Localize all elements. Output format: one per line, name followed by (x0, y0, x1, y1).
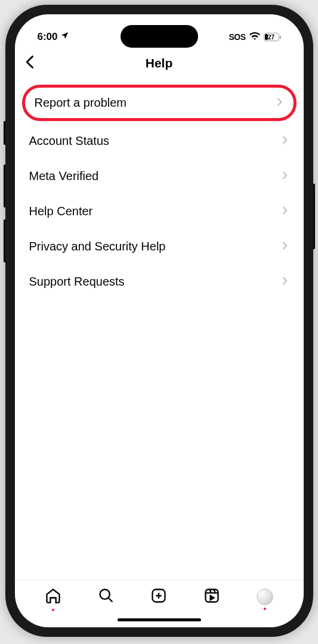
battery-icon: 27 (264, 33, 281, 41)
notification-dot (264, 608, 266, 610)
reels-icon (203, 587, 220, 606)
tab-create[interactable] (132, 587, 186, 611)
status-right: SOS 27 (229, 31, 280, 43)
chevron-right-icon (280, 276, 289, 288)
menu-label: Report a problem (35, 96, 127, 110)
menu-item-meta-verified[interactable]: Meta Verified (24, 159, 294, 194)
menu-label: Help Center (29, 205, 93, 218)
chevron-right-icon (280, 135, 289, 147)
chevron-right-icon (280, 171, 289, 182)
location-icon (60, 31, 69, 43)
tab-home[interactable] (27, 587, 80, 611)
screen: 6:00 SOS 27 (15, 14, 304, 627)
nav-header: Help (15, 49, 304, 81)
search-icon (98, 587, 115, 606)
tab-bar (15, 580, 304, 614)
profile-avatar-icon (257, 589, 273, 605)
tab-reels[interactable] (186, 587, 239, 611)
chevron-right-icon (274, 97, 284, 109)
phone-frame: 6:00 SOS 27 (5, 5, 313, 637)
svg-marker-9 (211, 596, 214, 600)
menu-item-privacy-security[interactable]: Privacy and Security Help (24, 229, 294, 264)
menu-label: Support Requests (29, 275, 125, 289)
volume-down-button (4, 219, 5, 262)
status-left: 6:00 (38, 31, 69, 43)
home-indicator[interactable] (118, 618, 201, 621)
menu-item-support-requests[interactable]: Support Requests (24, 264, 294, 299)
silence-switch (4, 121, 5, 145)
highlight-outline: Report a problem (22, 85, 297, 121)
svg-rect-5 (206, 590, 218, 602)
menu-label: Account Status (29, 134, 110, 148)
status-time: 6:00 (38, 31, 58, 43)
notification-dot (52, 609, 54, 611)
menu-label: Meta Verified (29, 169, 99, 183)
volume-up-button (4, 165, 5, 208)
sos-indicator: SOS (229, 32, 245, 42)
menu-label: Privacy and Security Help (29, 240, 166, 253)
menu-item-account-status[interactable]: Account Status (24, 123, 294, 159)
chevron-right-icon (280, 206, 289, 218)
tab-search[interactable] (79, 587, 132, 611)
wifi-icon (249, 31, 260, 43)
menu-list: Report a problem Account Status (15, 81, 304, 580)
chevron-right-icon (280, 241, 289, 253)
home-icon (45, 587, 61, 606)
dynamic-island (121, 25, 198, 48)
menu-item-report-problem[interactable]: Report a problem (30, 88, 289, 118)
power-button (313, 184, 315, 249)
menu-item-help-center[interactable]: Help Center (24, 194, 294, 229)
svg-line-1 (108, 598, 112, 602)
svg-point-0 (100, 590, 109, 599)
battery-level: 27 (268, 34, 274, 41)
page-title: Help (146, 56, 173, 70)
plus-square-icon (150, 587, 167, 606)
back-button[interactable] (22, 54, 39, 73)
tab-profile[interactable] (239, 589, 292, 610)
